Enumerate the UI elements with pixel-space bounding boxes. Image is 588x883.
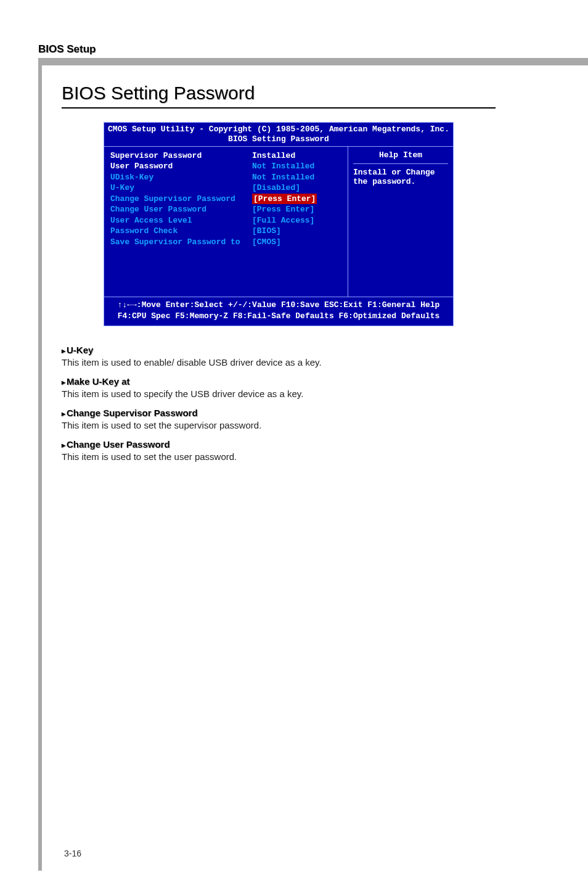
bios-row: Password Check[BIOS] [110,226,341,237]
bios-value: Installed [252,150,295,162]
bios-label: Save Supervisor Password to [110,237,252,248]
desc-text: This item is used to specify the USB dri… [62,388,551,400]
bios-row: Change Supervisor Password[Press Enter] [110,194,341,205]
bios-settings-pane: Supervisor PasswordInstalled User Passwo… [104,147,348,297]
bios-title-bar: CMOS Setup Utility - Copyright (C) 1985-… [104,123,453,147]
desc-text: This item is used to set the supervisor … [62,419,551,432]
bios-row: U-Key[Disabled] [110,183,341,194]
section-title: BIOS Setting Password [62,83,551,104]
triangle-right-icon: ▸ [62,378,65,387]
bios-value: [CMOS] [252,237,281,248]
page-number: 3-16 [64,848,81,858]
bios-label: Change Supervisor Password [110,194,252,205]
bios-title-line1: CMOS Setup Utility - Copyright (C) 1985-… [104,125,453,134]
bios-value: Not Installed [252,172,314,183]
desc-head-ukey: ▸U-Key [62,345,551,355]
triangle-right-icon: ▸ [62,409,65,418]
bios-value: [BIOS] [252,226,281,237]
desc-head-text: Make U-Key at [67,376,130,387]
bios-value: Not Installed [252,161,314,172]
descriptions: ▸U-Key This item is used to enable/ disa… [62,345,551,464]
bios-row: Supervisor PasswordInstalled [110,150,341,162]
bios-value: [Full Access] [252,215,314,226]
bios-footer: ↑↓←→:Move Enter:Select +/-/:Value F10:Sa… [104,297,453,325]
bios-help-text: Install or Change the password. [353,168,448,186]
page-content: BIOS Setting Password CMOS Setup Utility… [62,80,551,464]
header-band [38,58,588,65]
bios-label: User Password [110,161,252,172]
bios-label: UDisk-Key [110,172,252,183]
bios-value-selected: [Press Enter] [252,194,317,205]
desc-head-text: Change User Password [67,439,170,450]
bios-row: User Access Level[Full Access] [110,215,341,226]
desc-head-change-user: ▸Change User Password [62,439,551,450]
bios-value: [Disabled] [252,183,300,194]
bios-row: User PasswordNot Installed [110,161,341,172]
bios-help-separator [353,163,448,164]
desc-head-change-supervisor: ▸Change Supervisor Password [62,408,551,418]
bios-footer-line2: F4:CPU Spec F5:Memory-Z F8:Fail-Safe Def… [109,311,448,322]
bios-label: Password Check [110,226,252,237]
bios-label: User Access Level [110,215,252,226]
desc-head-make-ukey: ▸Make U-Key at [62,376,551,387]
bios-label: U-Key [110,183,252,194]
bios-row: UDisk-KeyNot Installed [110,172,341,183]
bios-title-line2: BIOS Setting Password [104,134,453,144]
document-page: BIOS Setup BIOS Setting Password CMOS Se… [0,0,588,883]
triangle-right-icon: ▸ [62,347,65,355]
bios-value: [Press Enter] [252,204,314,215]
left-border [38,58,42,871]
bios-footer-line1: ↑↓←→:Move Enter:Select +/-/:Value F10:Sa… [109,300,448,311]
desc-head-text: U-Key [67,345,93,355]
bios-screenshot: CMOS Setup Utility - Copyright (C) 1985-… [104,122,454,326]
section-rule [62,107,496,109]
desc-text: This item is used to enable/ disable USB… [62,356,551,369]
bios-label: Supervisor Password [110,150,252,162]
bios-help-pane: Help Item Install or Change the password… [348,147,453,297]
bios-row: Change User Password[Press Enter] [110,204,341,215]
bios-row: Save Supervisor Password to[CMOS] [110,237,341,248]
bios-body: Supervisor PasswordInstalled User Passwo… [104,147,453,297]
triangle-right-icon: ▸ [62,441,65,450]
desc-head-text: Change Supervisor Password [67,408,198,418]
desc-text: This item is used to set the user passwo… [62,451,551,463]
running-header: BIOS Setup [38,43,96,55]
bios-help-title: Help Item [353,150,448,160]
bios-label: Change User Password [110,204,252,215]
